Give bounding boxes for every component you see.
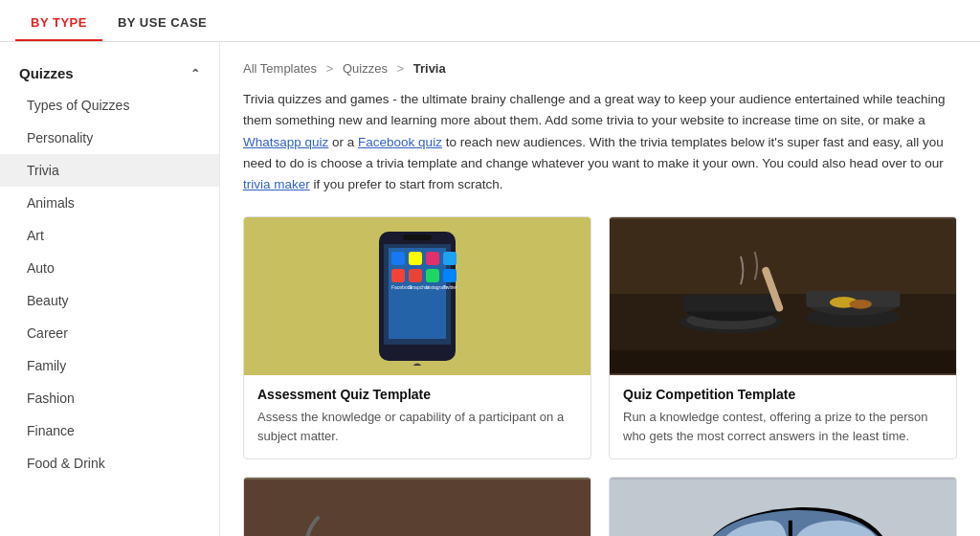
assessment-quiz-desc: Assess the knowledge or capability of a … [257,408,577,445]
sidebar-item-fashion[interactable]: Fashion [0,382,219,414]
svg-rect-6 [443,252,457,265]
svg-rect-23 [682,295,780,312]
assessment-quiz-image: Facebook Snapchat Instagram Twitter [244,217,590,375]
sidebar-item-career[interactable]: Career [0,317,219,349]
svg-rect-4 [409,252,422,265]
sidebar-item-trivia[interactable]: Trivia [0,154,219,187]
breadcrumb: All Templates > Quizzes > Trivia [243,61,957,76]
chevron-up-icon: ⌃ [190,67,200,80]
svg-rect-16 [403,234,432,240]
desc-text-1: Trivia quizzes and games - the ultimate … [243,92,945,127]
quiz-competition-body: Quiz Competition Template Run a knowledg… [610,375,956,458]
sidebar-item-food-drink[interactable]: Food & Drink [0,447,219,480]
desc-text-2: or a [328,135,358,149]
page-description: Trivia quizzes and games - the ultimate … [243,89,957,195]
quiz-competition-desc: Run a knowledge contest, offering a priz… [623,408,943,445]
svg-rect-3 [391,252,405,265]
desc-text-4: if you prefer to start from scratch. [310,177,503,191]
sidebar-quizzes-header[interactable]: Quizzes ⌃ [0,57,219,89]
sidebar-item-animals[interactable]: Animals [0,187,219,219]
template-card-assessment-quiz[interactable]: Facebook Snapchat Instagram Twitter Asse… [243,216,591,459]
tab-by-use-case[interactable]: BY USE CASE [102,6,222,41]
sidebar-item-finance[interactable]: Finance [0,414,219,447]
sidebar: Quizzes ⌃ Types of Quizzes Personality T… [0,42,220,536]
svg-rect-50 [790,521,792,536]
breadcrumb-sep-2: > [397,61,405,76]
sidebar-item-personality[interactable]: Personality [0,122,219,154]
svg-text:Twitter: Twitter [443,284,457,290]
breadcrumb-current: Trivia [413,61,446,76]
health-image [244,478,590,536]
assessment-quiz-title: Assessment Quiz Template [257,387,577,402]
svg-rect-5 [426,252,439,265]
svg-rect-29 [610,350,956,373]
svg-point-15 [412,364,422,366]
svg-rect-10 [443,269,457,282]
main-layout: Quizzes ⌃ Types of Quizzes Personality T… [0,42,980,536]
assessment-quiz-body: Assessment Quiz Template Assess the know… [244,375,590,458]
sidebar-item-art[interactable]: Art [0,219,219,252]
content-area: All Templates > Quizzes > Trivia Trivia … [220,42,980,536]
template-grid: Facebook Snapchat Instagram Twitter Asse… [243,216,957,536]
sidebar-item-auto[interactable]: Auto [0,252,219,284]
breadcrumb-all-templates[interactable]: All Templates [243,61,317,76]
svg-rect-8 [409,269,422,282]
auto-image [610,478,956,536]
svg-rect-9 [426,269,439,282]
top-nav: BY TYPE BY USE CASE [0,0,980,42]
breadcrumb-sep-1: > [326,61,334,76]
facebook-quiz-link[interactable]: Facebook quiz [358,135,442,149]
svg-rect-30 [244,480,590,536]
tab-by-type[interactable]: BY TYPE [15,6,102,41]
template-card-health[interactable] [243,477,591,536]
sidebar-item-beauty[interactable]: Beauty [0,284,219,317]
sidebar-item-types-of-quizzes[interactable]: Types of Quizzes [0,89,219,122]
breadcrumb-quizzes[interactable]: Quizzes [343,61,388,76]
sidebar-item-family[interactable]: Family [0,349,219,382]
svg-point-28 [849,300,871,309]
template-card-quiz-competition[interactable]: Quiz Competition Template Run a knowledg… [609,216,957,459]
quiz-competition-image [610,217,956,375]
whatsapp-quiz-link[interactable]: Whatsapp quiz [243,135,328,149]
sidebar-quizzes-label: Quizzes [19,65,74,81]
quiz-competition-title: Quiz Competition Template [623,387,943,402]
trivia-maker-link[interactable]: trivia maker [243,177,310,191]
template-card-auto[interactable] [609,477,957,536]
svg-rect-7 [391,269,405,282]
